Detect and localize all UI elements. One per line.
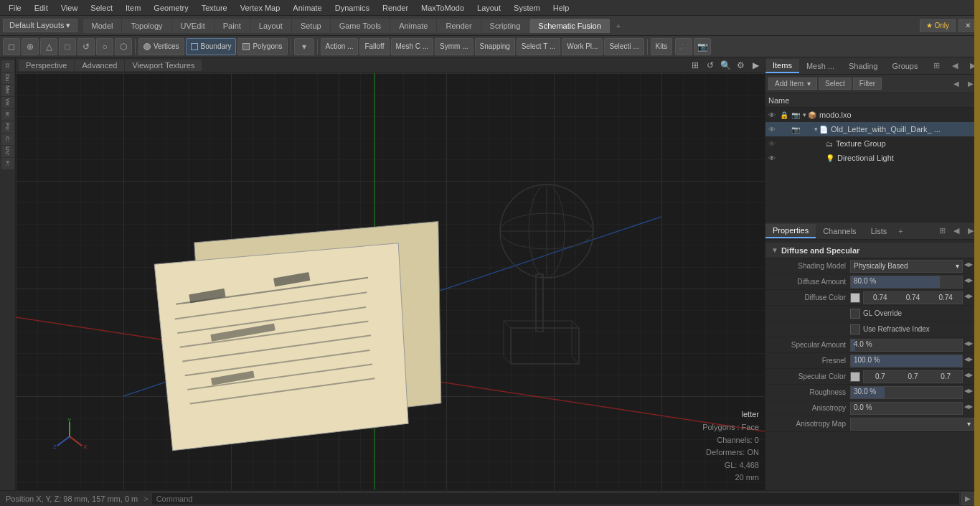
specular-b[interactable]: 0.7 xyxy=(929,373,962,380)
menu-layout[interactable]: Layout xyxy=(471,2,507,14)
selecti-button[interactable]: Selecti ... xyxy=(604,38,644,55)
tab-game-tools[interactable]: Game Tools xyxy=(331,19,390,33)
vp-tool-settings[interactable]: ⚙ xyxy=(734,59,747,72)
item-row-light[interactable]: 👁 💡 Directional Light xyxy=(765,151,980,165)
layout-dropdown[interactable]: Default Layouts ▾ xyxy=(3,19,77,32)
specular-color-swatch[interactable] xyxy=(850,372,860,382)
vp-tab-advanced[interactable]: Advanced xyxy=(75,60,124,71)
props-tab-channels[interactable]: Channels xyxy=(816,225,863,238)
sidebar-item-f[interactable]: F: xyxy=(1,158,14,169)
specular-r[interactable]: 0.7 xyxy=(864,373,897,380)
vp-tool-expand[interactable]: ▶ xyxy=(749,59,762,72)
select-t-button[interactable]: Select T ... xyxy=(517,38,560,55)
item-row-modo[interactable]: 👁 🔒 📷 ▾ 📦 modo.lxo xyxy=(765,108,980,122)
item-expand-letter[interactable]: ▾ xyxy=(814,126,818,133)
vp-tool-zoom[interactable]: 🔍 xyxy=(719,59,732,72)
item-render-modo[interactable]: 📷 xyxy=(791,111,803,119)
tab-render[interactable]: Render xyxy=(437,19,480,33)
sidebar-item-c[interactable]: C: xyxy=(1,133,14,145)
items-tab-expand[interactable]: ⊞ xyxy=(929,60,944,72)
star-only-button[interactable]: ★ Only xyxy=(920,19,956,32)
viewport[interactable]: X Z Y letter Polygons : Face Channels: 0… xyxy=(16,73,765,490)
diffuse-g[interactable]: 0.74 xyxy=(897,294,930,301)
tab-schematic-fusion[interactable]: Schematic Fusion xyxy=(529,19,609,33)
sidebar-item-po[interactable]: Po: xyxy=(1,121,14,133)
fresnel-input[interactable]: 100.0 % xyxy=(850,355,963,367)
menu-maxtomodo[interactable]: MaxToModo xyxy=(415,2,470,14)
work-pl-button[interactable]: Work Pl... xyxy=(562,38,603,55)
add-item-button[interactable]: Add Item ▾ xyxy=(768,78,817,90)
menu-file[interactable]: File xyxy=(3,2,27,14)
items-nav-left[interactable]: ◀ xyxy=(950,78,963,90)
snap-toggle[interactable]: ▾ xyxy=(294,38,314,55)
falloff-button[interactable]: Falloff xyxy=(359,38,389,55)
items-tab-shading[interactable]: Shading xyxy=(842,60,885,72)
tab-model[interactable]: Model xyxy=(83,19,122,33)
sidebar-item-ve[interactable]: Ve: xyxy=(1,97,14,108)
menu-dynamics[interactable]: Dynamics xyxy=(329,2,375,14)
sidebar-item-uv[interactable]: UV: xyxy=(1,146,14,157)
menu-render[interactable]: Render xyxy=(377,2,414,14)
action-button[interactable]: Action ... xyxy=(321,38,359,55)
tab-scripting[interactable]: Scripting xyxy=(481,19,529,33)
props-nav-left-btn[interactable]: ◀ xyxy=(950,225,963,238)
specular-amount-expand[interactable]: ◀▶ xyxy=(964,340,974,350)
select-button[interactable]: Select xyxy=(819,78,852,90)
item-expand-modo[interactable]: ▾ xyxy=(803,111,806,118)
item-eye-texture[interactable]: 👁 xyxy=(768,140,780,148)
tab-paint[interactable]: Paint xyxy=(215,19,250,33)
tab-layout[interactable]: Layout xyxy=(250,19,291,33)
item-lock-modo[interactable]: 🔒 xyxy=(780,111,791,119)
command-submit-button[interactable]: ▶ xyxy=(961,492,974,505)
props-expand-btn[interactable]: ⊞ xyxy=(936,225,948,238)
specular-color-expand[interactable]: ◀▶ xyxy=(964,372,974,382)
diffuse-r[interactable]: 0.74 xyxy=(864,294,897,301)
filter-button[interactable]: Filter xyxy=(853,78,882,90)
sidebar-item-du[interactable]: Du: xyxy=(1,72,14,84)
gl-override-checkbox[interactable] xyxy=(850,309,860,319)
items-tab-nav-left[interactable]: ◀ xyxy=(948,60,962,72)
diffuse-color-expand[interactable]: ◀▶ xyxy=(964,293,974,303)
vp-tab-viewport-textures[interactable]: Viewport Textures xyxy=(125,60,202,71)
anisotropy-map-dropdown[interactable]: ▾ xyxy=(850,418,974,431)
vp-tab-perspective[interactable]: Perspective xyxy=(19,60,74,71)
menu-texture[interactable]: Texture xyxy=(196,2,233,14)
tool-lasso[interactable]: △ xyxy=(40,38,57,55)
sidebar-item-e[interactable]: E: xyxy=(1,109,14,121)
item-row-texture-group[interactable]: 👁 🗂 Texture Group xyxy=(765,136,980,151)
props-tab-lists[interactable]: Lists xyxy=(864,225,895,238)
menu-view[interactable]: View xyxy=(55,2,84,14)
diffuse-color-swatch[interactable] xyxy=(850,293,860,303)
refractive-index-checkbox[interactable] xyxy=(850,324,860,334)
item-eye-letter[interactable]: 👁 xyxy=(768,126,780,133)
items-tab-groups[interactable]: Groups xyxy=(885,60,925,72)
snapping-button[interactable]: Snapping xyxy=(475,38,515,55)
kits-button[interactable]: Kits xyxy=(651,38,673,55)
props-tab-add[interactable]: + xyxy=(894,225,907,238)
symm-button[interactable]: Symm ... xyxy=(435,38,473,55)
vp-tool-rotate[interactable]: ↺ xyxy=(704,59,717,72)
menu-animate[interactable]: Animate xyxy=(287,2,327,14)
tool-transform[interactable]: ↺ xyxy=(77,38,95,55)
tool-hex[interactable]: ⬡ xyxy=(115,38,132,55)
sidebar-item-d[interactable]: D: xyxy=(1,60,14,72)
fresnel-expand[interactable]: ◀▶ xyxy=(964,356,974,366)
tool-rect[interactable]: □ xyxy=(59,38,76,55)
diffuse-amount-input[interactable]: 80.0 % xyxy=(850,276,963,289)
anisotropy-input[interactable]: 0.0 % xyxy=(850,402,963,415)
vp-cam-btn[interactable]: 📷 xyxy=(694,38,711,55)
command-input[interactable] xyxy=(151,492,960,505)
anisotropy-expand[interactable]: ◀▶ xyxy=(964,403,974,413)
specular-amount-input[interactable]: 4.0 % xyxy=(850,339,963,352)
diffuse-amount-expand[interactable]: ◀▶ xyxy=(964,277,974,287)
vertices-mode-button[interactable]: Vertices xyxy=(138,38,184,55)
tab-topology[interactable]: Topology xyxy=(122,19,171,33)
tool-circle-select[interactable]: ⊕ xyxy=(22,38,39,55)
mesh-c-button[interactable]: Mesh C ... xyxy=(391,38,434,55)
tab-setup[interactable]: Setup xyxy=(292,19,330,33)
tab-animate[interactable]: Animate xyxy=(390,19,436,33)
boundary-mode-button[interactable]: Boundary xyxy=(186,38,237,55)
sidebar-item-me[interactable]: Me: xyxy=(1,85,14,96)
vp-render-btn[interactable]: 🎥 xyxy=(675,38,692,55)
roughness-input[interactable]: 30.0 % xyxy=(850,386,963,399)
